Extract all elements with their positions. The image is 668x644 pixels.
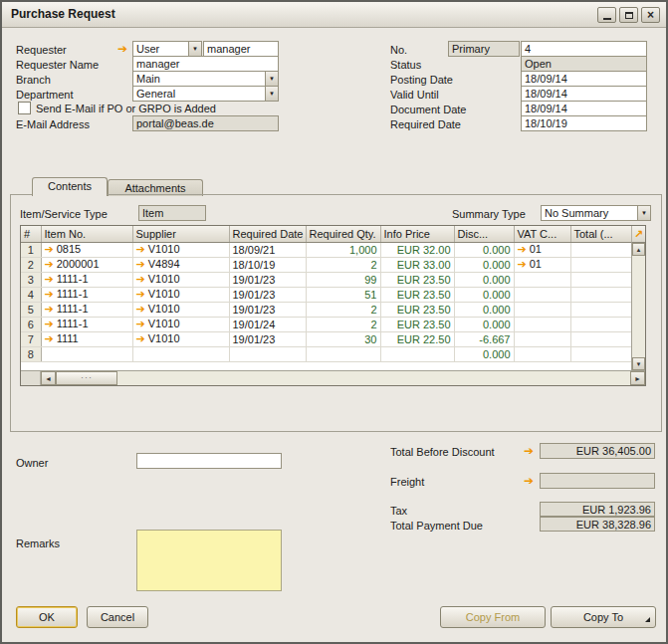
supplier-cell[interactable]: ➔V1010 [132,272,229,287]
row-number-cell[interactable]: 4 [21,287,41,302]
dropdown-icon[interactable]: ▼ [637,206,650,220]
item-no-cell[interactable]: ➔1111-1 [41,272,132,287]
supplier-cell[interactable]: ➔V4894 [132,257,229,272]
column-header[interactable]: Disc... [454,226,514,242]
link-arrow-icon[interactable]: ➔ [524,475,534,488]
vat-cell[interactable] [514,287,570,302]
requester-name-field[interactable]: manager [132,56,279,72]
scroll-down-button[interactable]: ▼ [632,357,645,370]
info-price-cell[interactable]: EUR 32.00 [380,242,454,257]
required-date-cell[interactable]: 19/01/24 [229,317,306,331]
vat-cell[interactable]: ➔01 [514,257,570,272]
link-arrow-icon[interactable]: ➔ [136,258,145,271]
column-header[interactable]: # [21,226,41,242]
series-field[interactable]: Primary [448,41,520,57]
info-price-cell[interactable]: EUR 23.50 [380,317,454,331]
info-price-cell[interactable]: EUR 23.50 [380,287,454,302]
link-arrow-icon[interactable]: ➔ [45,318,54,330]
discount-cell[interactable]: -6.667 [454,331,514,346]
item-no-cell[interactable]: ➔1111 [41,331,132,346]
discount-cell[interactable]: 0.000 [454,272,514,287]
ok-button[interactable]: OK [16,606,78,628]
horizontal-scrollbar[interactable]: ◄ ··· ► [21,370,645,385]
link-arrow-icon[interactable]: ➔ [136,332,145,345]
required-qty-cell[interactable]: 2 [306,302,380,317]
column-header[interactable]: Supplier [132,226,229,242]
doc-no-field[interactable]: 4 [521,41,647,57]
document-date-field[interactable]: 18/09/14 [521,101,647,116]
required-qty-cell[interactable]: 2 [306,317,380,331]
total-cell[interactable] [570,346,631,361]
link-arrow-icon[interactable]: ➔ [117,43,127,56]
row-number-cell[interactable]: 6 [21,317,41,331]
minimize-button[interactable] [597,7,616,23]
required-qty-cell[interactable]: 99 [306,272,380,287]
info-price-cell[interactable]: EUR 33.00 [380,257,454,272]
required-date-cell[interactable]: 18/09/21 [229,242,306,257]
send-email-checkbox[interactable] [18,102,31,114]
tab-contents[interactable]: Contents [32,177,108,196]
info-price-cell[interactable] [380,346,454,361]
column-header[interactable]: Required Date [229,226,306,242]
required-qty-cell[interactable]: 2 [306,257,380,272]
info-price-cell[interactable]: EUR 23.50 [380,272,454,287]
total-cell[interactable] [570,331,631,346]
column-header[interactable]: VAT C... [514,226,570,242]
row-number-cell[interactable]: 1 [21,242,41,257]
required-date-cell[interactable]: 18/10/19 [229,257,306,272]
scroll-right-button[interactable]: ► [630,371,645,385]
row-number-cell[interactable]: 7 [21,331,41,346]
vertical-scrollbar[interactable]: ▲ ▼ [631,243,645,370]
total-cell[interactable] [570,302,631,317]
summary-type-combo[interactable]: No Summary ▼ [541,205,651,221]
row-number-cell[interactable]: 3 [21,272,41,287]
row-number-cell[interactable]: 8 [21,346,41,361]
required-qty-cell[interactable]: 51 [306,287,380,302]
link-arrow-icon[interactable]: ➔ [136,318,145,330]
vat-cell[interactable] [514,331,570,346]
link-arrow-icon[interactable]: ➔ [136,303,145,316]
required-date-cell[interactable] [229,346,306,361]
supplier-cell[interactable]: ➔V1010 [132,302,229,317]
copy-from-button[interactable]: Copy From [440,606,546,628]
column-header[interactable]: Item No. [41,226,132,242]
dropdown-icon[interactable]: ▼ [265,87,278,101]
required-date-cell[interactable]: 19/01/23 [229,272,306,287]
total-cell[interactable] [570,287,631,302]
department-combo[interactable]: General ▼ [132,86,279,102]
valid-until-field[interactable]: 18/09/14 [521,86,647,102]
link-arrow-icon[interactable]: ➔ [45,332,54,345]
info-price-cell[interactable]: EUR 22.50 [380,331,454,346]
link-arrow-icon[interactable]: ➔ [136,288,145,301]
item-no-cell[interactable]: ➔1111-1 [41,287,132,302]
scroll-up-button[interactable]: ▲ [632,243,645,256]
freight-field[interactable] [540,473,655,489]
supplier-cell[interactable]: ➔V1010 [132,331,229,346]
link-arrow-icon[interactable]: ➔ [136,243,145,256]
row-number-cell[interactable]: 5 [21,302,41,317]
item-no-cell[interactable]: ➔1111-1 [41,317,132,331]
total-cell[interactable] [570,317,631,331]
supplier-cell[interactable]: ➔V1010 [132,317,229,331]
item-no-cell[interactable]: ➔1111-1 [41,302,132,317]
item-no-cell[interactable] [41,346,132,361]
link-arrow-icon[interactable]: ➔ [45,258,54,271]
scroll-left-button[interactable]: ◄ [41,371,56,385]
total-cell[interactable] [570,257,631,272]
discount-cell[interactable]: 0.000 [454,257,514,272]
link-arrow-icon[interactable]: ➔ [45,243,54,256]
required-date-cell[interactable]: 19/01/23 [229,287,306,302]
owner-field[interactable] [136,453,282,469]
scrollbar-track[interactable] [117,371,630,385]
required-date-cell[interactable]: 19/01/23 [229,302,306,317]
link-arrow-icon[interactable]: ➔ [518,243,527,256]
vat-cell[interactable]: ➔01 [514,242,570,257]
branch-combo[interactable]: Main ▼ [132,71,279,87]
discount-cell[interactable]: 0.000 [454,317,514,331]
link-arrow-icon[interactable]: ➔ [518,258,527,271]
required-date-field[interactable]: 18/10/19 [521,115,647,131]
vat-cell[interactable] [514,346,570,361]
copy-to-button[interactable]: Copy To [551,606,656,628]
vat-cell[interactable] [514,302,570,317]
requester-type-combo[interactable]: User ▼ [132,41,202,57]
